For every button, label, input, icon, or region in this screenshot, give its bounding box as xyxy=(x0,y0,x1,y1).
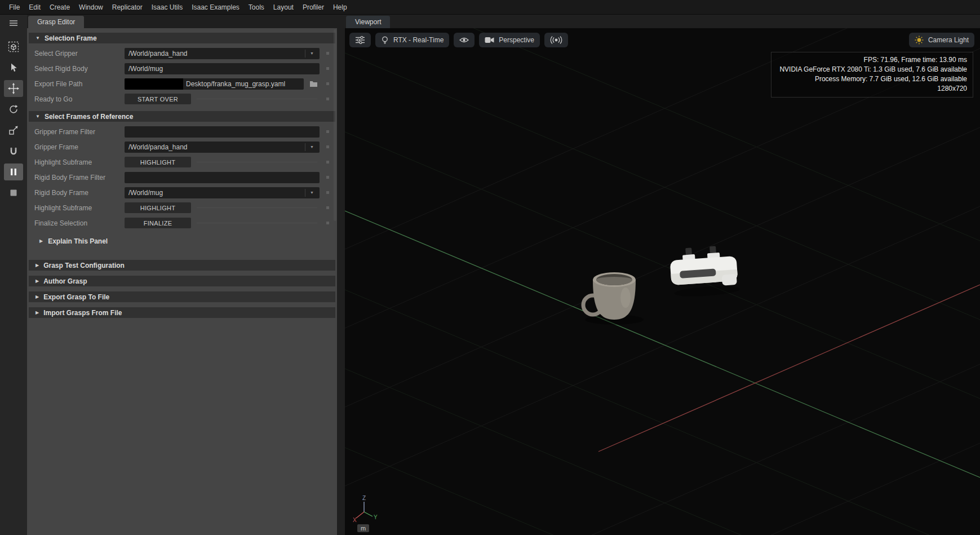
section-title: Export Grasp To File xyxy=(43,293,109,301)
explain-this-panel-toggle[interactable]: ▶ Explain This Panel xyxy=(39,236,337,246)
mug-object[interactable] xyxy=(583,272,644,325)
gizmo-x-line xyxy=(356,512,364,518)
explain-panel-title: Explain This Panel xyxy=(48,237,108,245)
stats-memory: Process Memory: 7.7 GiB used, 12.6 GiB a… xyxy=(779,74,967,84)
collapse-collapsed-icon: ▶ xyxy=(39,239,43,244)
rigid-body-frame-filter-field[interactable] xyxy=(125,172,320,183)
gripper-frame-label: Gripper Frame xyxy=(34,143,125,151)
rotate-tool[interactable] xyxy=(4,101,23,118)
eye-icon xyxy=(459,37,469,43)
menu-file[interactable]: File xyxy=(5,0,24,15)
highlight-subframe-label: Highlight Subframe xyxy=(34,158,125,166)
section-grasp-test-configuration[interactable]: ▶ Grasp Test Configuration xyxy=(29,260,335,271)
default-value-dot xyxy=(326,98,329,100)
camera-icon xyxy=(485,37,494,43)
render-mode-button[interactable]: RTX - Real-Time xyxy=(375,33,449,47)
export-path-field[interactable]: Desktop/franka_mug_grasp.yaml xyxy=(125,78,304,90)
finalize-button[interactable]: FINALIZE xyxy=(125,218,191,228)
select-gripper-dropdown[interactable]: /World/panda_hand ▼ xyxy=(125,48,320,59)
select-tool[interactable] xyxy=(4,59,23,76)
menu-create[interactable]: Create xyxy=(45,0,74,15)
export-file-path-label: Export File Path xyxy=(34,80,125,88)
stop-button[interactable] xyxy=(4,184,23,201)
dropdown-value: /World/panda_hand xyxy=(128,50,301,58)
performance-stats-overlay: FPS: 71.96, Frame time: 13.90 ms NVIDIA … xyxy=(771,52,973,98)
marquee-select-icon xyxy=(8,41,19,52)
menu-layout[interactable]: Layout xyxy=(269,0,298,15)
select-rigid-body-row: Select Rigid Body xyxy=(27,61,337,76)
row-separator-line xyxy=(197,162,317,162)
scale-tool[interactable] xyxy=(4,122,23,139)
gripper-frame-filter-row: Gripper Frame Filter xyxy=(27,124,337,139)
highlight-rigid-button[interactable]: HIGHLIGHT xyxy=(125,202,191,213)
left-toolbar xyxy=(0,15,27,535)
highlight-gripper-button[interactable]: HIGHLIGHT xyxy=(125,157,191,167)
tab-viewport[interactable]: Viewport xyxy=(346,16,390,28)
tab-grasp-editor[interactable]: Grasp Editor xyxy=(28,16,84,28)
gizmo-y-line xyxy=(364,512,373,516)
menu-window[interactable]: Window xyxy=(74,0,108,15)
gizmo-y-label: Y xyxy=(374,514,378,520)
viewport-3d-view[interactable]: RTX - Real-Time Perspective xyxy=(345,28,980,535)
dropdown-value: /World/mug xyxy=(128,189,301,197)
grid-lines-x xyxy=(345,28,980,535)
dropdown-value: /World/panda_hand xyxy=(128,143,301,151)
viewport-tab-strip: Viewport xyxy=(345,15,980,28)
camera-light-button[interactable]: Camera Light xyxy=(909,33,974,47)
select-rigid-body-label: Select Rigid Body xyxy=(34,65,125,73)
section-frames-of-reference[interactable]: ▼ Select Frames of Reference xyxy=(29,111,335,122)
menu-profiler[interactable]: Profiler xyxy=(298,0,329,15)
menu-isaac-utils[interactable]: Isaac Utils xyxy=(147,0,187,15)
pause-icon xyxy=(9,167,18,176)
viewport-settings-button[interactable] xyxy=(349,33,371,47)
pause-button[interactable] xyxy=(4,163,23,180)
section-title: Select Frames of Reference xyxy=(45,113,133,121)
grid-unit-badge: m xyxy=(357,524,369,532)
menu-tools[interactable]: Tools xyxy=(244,0,269,15)
axis-gizmo[interactable]: Z X Y xyxy=(349,495,379,524)
marquee-select-tool[interactable] xyxy=(4,38,23,55)
menu-help[interactable]: Help xyxy=(329,0,352,15)
menu-isaac-examples[interactable]: Isaac Examples xyxy=(187,0,244,15)
gripper-frame-dropdown[interactable]: /World/panda_hand ▼ xyxy=(125,142,320,153)
hamburger-icon xyxy=(9,20,18,26)
snap-tool[interactable] xyxy=(4,143,23,160)
render-mode-label: RTX - Real-Time xyxy=(393,36,444,44)
section-author-grasp[interactable]: ▶ Author Grasp xyxy=(29,276,335,286)
ready-to-go-row: Ready to Go START OVER xyxy=(27,91,337,107)
default-value-dot xyxy=(326,82,329,85)
chevron-down-icon: ▼ xyxy=(305,189,316,197)
grasp-editor-body: ▼ Selection Frame Select Gripper /World/… xyxy=(27,28,337,535)
section-selection-frame[interactable]: ▼ Selection Frame xyxy=(29,33,335,43)
gripper-object[interactable] xyxy=(669,245,740,298)
move-tool[interactable] xyxy=(4,80,23,97)
stop-icon xyxy=(9,188,18,197)
visibility-button[interactable] xyxy=(454,33,475,47)
viewport-toolbar: RTX - Real-Time Perspective xyxy=(349,33,568,47)
select-gripper-label: Select Gripper xyxy=(34,50,125,58)
chevron-down-icon: ▼ xyxy=(305,50,316,58)
default-value-dot xyxy=(326,130,329,133)
menu-replicator[interactable]: Replicator xyxy=(108,0,147,15)
menu-edit[interactable]: Edit xyxy=(24,0,45,15)
section-export-grasp-to-file[interactable]: ▶ Export Grasp To File xyxy=(29,291,335,302)
rigid-body-frame-dropdown[interactable]: /World/mug ▼ xyxy=(125,187,320,198)
camera-button[interactable]: Perspective xyxy=(479,33,540,47)
path-selection-highlight xyxy=(125,78,183,90)
toolbar-menu-button[interactable] xyxy=(4,17,23,29)
world-x-axis-line xyxy=(598,285,980,452)
browse-folder-button[interactable] xyxy=(307,78,320,90)
section-title: Selection Frame xyxy=(45,34,97,42)
section-import-grasps-from-file[interactable]: ▶ Import Grasps From File xyxy=(29,307,335,318)
default-value-dot xyxy=(326,161,329,163)
stats-resolution: 1280x720 xyxy=(779,84,967,94)
scene-canvas xyxy=(345,28,980,535)
section-title: Import Grasps From File xyxy=(43,309,122,317)
default-value-dot xyxy=(326,145,329,148)
panel-scrollbar[interactable] xyxy=(334,29,336,221)
start-over-button[interactable]: START OVER xyxy=(125,94,191,104)
sun-icon xyxy=(915,36,924,45)
select-rigid-body-field[interactable] xyxy=(125,63,320,74)
gripper-frame-filter-field[interactable] xyxy=(125,126,320,138)
capture-button[interactable] xyxy=(544,33,568,47)
